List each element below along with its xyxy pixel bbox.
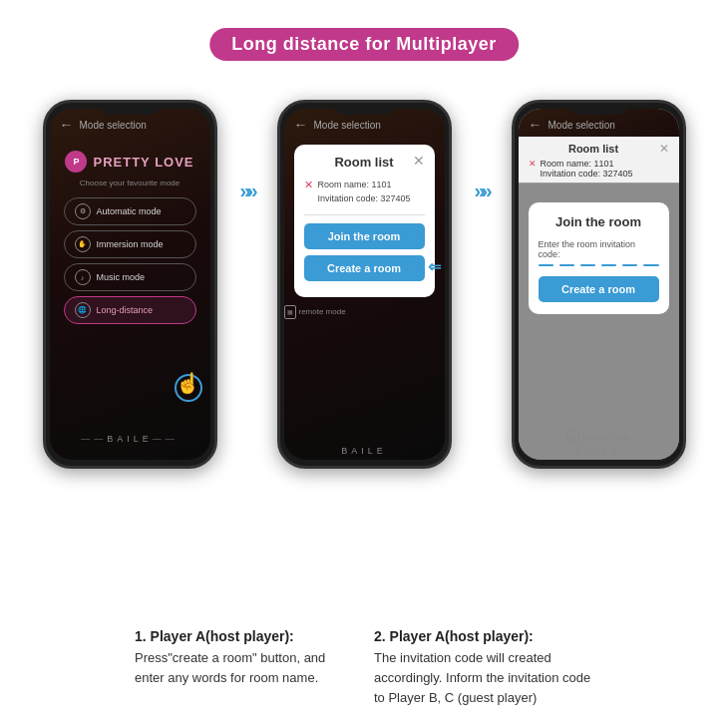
phone1-baile: BAILE xyxy=(50,426,210,452)
btn-auto-label: Automatic mode xyxy=(97,206,162,216)
phone2-notch xyxy=(334,103,394,115)
phone3-room-info-row: ✕ Room name: 1101 Invitation code: 32740… xyxy=(529,159,669,179)
phone3-dash1 xyxy=(539,264,553,266)
phone2-x-mark[interactable]: ✕ xyxy=(304,179,313,191)
phone2-room-modal: Room list ✕ ✕ Room name: 1101 Invitation… xyxy=(294,145,435,297)
arrow1-icon: »» xyxy=(239,180,253,202)
phone2-divider xyxy=(304,214,425,215)
phone3-close-icon[interactable]: ✕ xyxy=(659,142,669,156)
phone3-join-modal: Join the room Enter the room invitation … xyxy=(529,202,669,314)
title-banner: Long distance for Multiplayer xyxy=(209,28,519,61)
phone2-join-btn[interactable]: Join the room xyxy=(304,223,425,249)
phone3-create-btn[interactable]: Create a room xyxy=(539,276,659,302)
phone3-x-mark[interactable]: ✕ xyxy=(529,159,537,169)
phone3-dash2 xyxy=(559,264,574,266)
phone1-btn-music[interactable]: ♪ Music mode xyxy=(64,263,196,291)
logo-text: PRETTY LOVE xyxy=(93,155,193,170)
phone2-remote-label: remote mode xyxy=(299,307,346,316)
phone3-screen: ← Mode selection Room list ✕ ✕ Room name… xyxy=(519,109,679,460)
phone1-choose-text: Choose your favourite mode xyxy=(50,179,210,187)
phone2: ← Mode selection Room list ✕ ✕ Room name… xyxy=(277,100,452,469)
phone1-logo: P PRETTY LOVE xyxy=(50,151,210,173)
auto-icon: ⚙ xyxy=(75,203,91,219)
phone3-remote-icon: ▦ xyxy=(567,430,579,444)
phone2-room-item: ✕ Room name: 1101 Invitation code: 32740… xyxy=(304,178,425,206)
phone2-invitation-code: Invitation code: 327405 xyxy=(318,191,411,205)
phone2-baile: BAILE xyxy=(284,446,445,456)
phone1-wrap: ← Mode selection P PRETTY LOVE Choose yo… xyxy=(43,100,217,469)
phone2-wrap: ← Mode selection Room list ✕ ✕ Room name… xyxy=(277,100,452,469)
phone1-back-icon[interactable]: ← xyxy=(60,117,74,133)
arrow1: »» xyxy=(227,180,267,202)
phone3-remote-label: remote mode xyxy=(582,433,629,442)
arrow2-icon: »» xyxy=(474,180,488,202)
phone2-room-name: Room name: 1101 xyxy=(318,178,411,191)
phone3: ← Mode selection Room list ✕ ✕ Room name… xyxy=(512,100,686,469)
phone3-input-dashes xyxy=(539,264,659,266)
logo-circle: P xyxy=(65,151,87,173)
desc2-text: The invitation code will created accordi… xyxy=(374,648,593,708)
phone3-dash6 xyxy=(643,264,658,266)
phone2-mode-selection: Mode selection xyxy=(314,120,381,131)
phone1-mode-selection: Mode selection xyxy=(80,120,147,131)
phone2-modal-title: Room list xyxy=(304,155,425,170)
phone3-baile: BAILE xyxy=(519,446,679,456)
phone3-invitation-code: Invitation code: 327405 xyxy=(541,169,633,179)
phone1-btn-immersion[interactable]: ✋ Immersion mode xyxy=(64,230,196,258)
longdistance-icon: 🌐 xyxy=(75,302,91,318)
phone2-modal-close[interactable]: ✕ xyxy=(413,153,425,169)
phone3-modal-header-row: Room list ✕ xyxy=(529,142,669,156)
phone3-dash5 xyxy=(622,264,637,266)
phone2-remote: ▦ remote mode xyxy=(284,305,445,319)
phone3-modal-title: Room list xyxy=(529,143,659,155)
phone1-btn-longdistance[interactable]: 🌐 Long-distance xyxy=(64,296,196,324)
phone3-mode-selection: Mode selection xyxy=(548,120,615,131)
title-text: Long distance for Multiplayer xyxy=(231,34,497,54)
btn-longdistance-label: Long-distance xyxy=(97,305,154,315)
phone3-gray-overlay: Join the room Enter the room invitation … xyxy=(519,182,679,460)
phone3-back-icon[interactable]: ← xyxy=(529,117,543,133)
phone2-room-info: Room name: 1101 Invitation code: 327405 xyxy=(318,178,411,206)
desc-col-1: 1. Player A(host player): Press"create a… xyxy=(135,628,354,708)
phones-row: ← Mode selection P PRETTY LOVE Choose yo… xyxy=(0,100,728,469)
arrow2: »» xyxy=(462,180,502,202)
phone2-create-btn[interactable]: Create a room xyxy=(304,255,425,281)
descriptions-row: 1. Player A(host player): Press"create a… xyxy=(0,628,728,708)
phone2-create-wrap: Create a room ⇐ xyxy=(304,255,425,281)
phone3-notch xyxy=(568,103,628,115)
phone3-room-strip: Room list ✕ ✕ Room name: 1101 Invitation… xyxy=(519,137,679,183)
btn-music-label: Music mode xyxy=(97,272,146,282)
phone3-wrap: ← Mode selection Room list ✕ ✕ Room name… xyxy=(512,100,686,469)
desc1-number: 1. Player A(host player): xyxy=(135,628,354,644)
desc1-text: Press"create a room" button, and enter a… xyxy=(135,648,354,688)
phone2-modal-wrap: Room list ✕ ✕ Room name: 1101 Invitation… xyxy=(284,145,445,297)
phone3-dash3 xyxy=(580,264,595,266)
phone1-screen: ← Mode selection P PRETTY LOVE Choose yo… xyxy=(50,109,210,460)
phone1-notch xyxy=(100,103,160,115)
phone1-btn-auto[interactable]: ⚙ Automatic mode xyxy=(64,197,196,225)
tap-hand-icon: ☝ xyxy=(176,371,200,395)
immersion-icon: ✋ xyxy=(75,236,91,252)
phone3-room-name: Room name: 1101 xyxy=(541,159,633,169)
remote-icon: ▦ xyxy=(284,305,296,319)
phone3-room-info: Room name: 1101 Invitation code: 327405 xyxy=(541,159,633,179)
phone3-input-label: Enter the room invitation code: xyxy=(539,239,659,259)
music-icon: ♪ xyxy=(75,269,91,285)
create-arrow-icon: ⇐ xyxy=(428,257,441,276)
phone1: ← Mode selection P PRETTY LOVE Choose yo… xyxy=(43,100,217,469)
phone2-back-icon[interactable]: ← xyxy=(294,117,308,133)
btn-immersion-label: Immersion mode xyxy=(97,239,164,249)
desc2-number: 2. Player A(host player): xyxy=(374,628,593,644)
desc-col-2: 2. Player A(host player): The invitation… xyxy=(374,628,593,708)
phone3-dash4 xyxy=(601,264,616,266)
phone3-join-title: Join the room xyxy=(539,214,659,229)
phone3-remote: ▦ remote mode xyxy=(519,430,679,444)
phone2-screen: ← Mode selection Room list ✕ ✕ Room name… xyxy=(284,109,445,460)
